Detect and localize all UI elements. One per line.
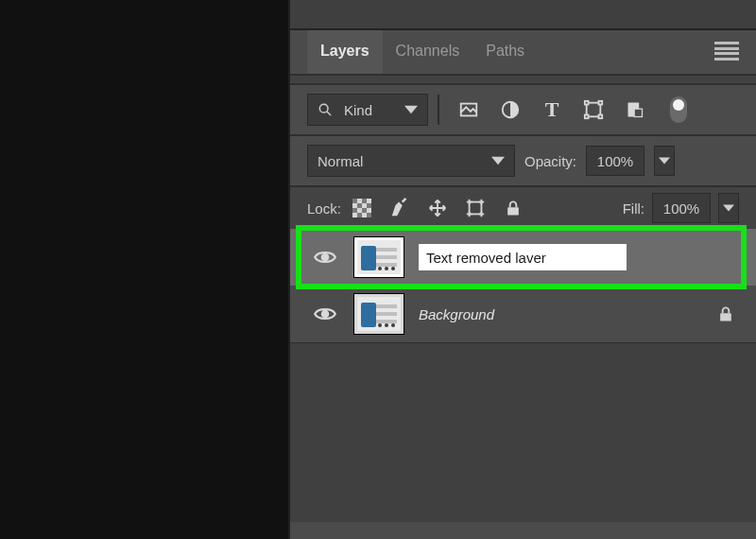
lock-all-icon[interactable] [502, 197, 524, 219]
visibility-toggle[interactable] [311, 302, 339, 326]
fill-chevron[interactable] [718, 193, 739, 223]
filter-kind-label: Kind [344, 102, 372, 118]
svg-rect-7 [585, 115, 589, 119]
filter-adjustment-icon[interactable] [498, 97, 523, 122]
svg-rect-10 [634, 109, 642, 116]
panel-footer [290, 342, 756, 522]
panel-tabs: Layers Channels Paths [290, 28, 756, 74]
tab-channels[interactable]: Channels [383, 28, 473, 74]
svg-rect-17 [362, 208, 367, 213]
lock-transparency-icon[interactable] [351, 197, 373, 219]
visibility-toggle[interactable] [311, 245, 339, 270]
svg-rect-13 [362, 199, 367, 203]
filter-type-icon[interactable]: T [540, 97, 564, 122]
chevron-down-icon [404, 103, 418, 116]
opacity-label: Opacity: [524, 153, 576, 169]
layer-row-selected[interactable] [290, 229, 756, 286]
svg-rect-29 [507, 207, 519, 215]
svg-point-30 [322, 254, 329, 261]
lock-icon [716, 304, 735, 323]
fill-value[interactable]: 100% [652, 193, 711, 223]
filter-smart-object-icon[interactable] [623, 97, 647, 122]
svg-rect-6 [599, 101, 603, 105]
lock-artboard-icon[interactable] [464, 197, 487, 219]
opacity-chevron[interactable] [654, 146, 675, 176]
canvas-area [0, 0, 288, 539]
tab-layers[interactable]: Layers [307, 28, 383, 74]
blend-row: Normal Opacity: 100% [290, 136, 756, 185]
svg-rect-19 [367, 213, 371, 217]
opacity-value[interactable]: 100% [586, 146, 644, 176]
svg-rect-8 [599, 115, 603, 119]
lock-pixels-icon[interactable] [388, 197, 411, 219]
lock-position-icon[interactable] [426, 197, 449, 219]
svg-rect-5 [585, 101, 589, 105]
panel-menu-icon[interactable] [714, 42, 739, 61]
svg-rect-12 [352, 199, 357, 203]
filter-type-icons: T [456, 96, 687, 123]
filter-row: Kind T [290, 85, 756, 134]
svg-rect-14 [357, 203, 362, 208]
filter-kind-select[interactable]: Kind [307, 94, 428, 126]
lock-row: Lock: Fill: 100% [290, 187, 756, 229]
svg-point-31 [322, 311, 329, 318]
layer-rename-input[interactable] [419, 244, 627, 270]
filter-shape-icon[interactable] [581, 97, 606, 122]
layer-row-background[interactable]: Background [290, 286, 756, 342]
svg-rect-18 [357, 213, 362, 217]
layer-name: Background [419, 306, 494, 322]
lock-label: Lock: [307, 200, 341, 217]
layer-thumbnail[interactable] [354, 294, 404, 334]
filter-toggle[interactable] [670, 96, 687, 123]
search-icon [318, 102, 333, 117]
blend-mode-value: Normal [318, 153, 363, 169]
layer-list: Background [290, 229, 756, 342]
filter-image-icon[interactable] [456, 97, 481, 122]
layers-panel: Layers Channels Paths Kind T [288, 0, 756, 539]
layer-thumbnail[interactable] [354, 237, 404, 277]
svg-rect-16 [352, 208, 357, 213]
fill-label: Fill: [623, 200, 644, 217]
svg-rect-15 [367, 203, 371, 208]
svg-rect-20 [469, 202, 481, 215]
svg-line-1 [327, 112, 331, 115]
blend-mode-select[interactable]: Normal [307, 145, 515, 177]
tab-paths[interactable]: Paths [472, 28, 538, 74]
svg-rect-32 [720, 313, 731, 321]
svg-point-0 [319, 104, 328, 113]
chevron-down-icon [491, 154, 505, 167]
